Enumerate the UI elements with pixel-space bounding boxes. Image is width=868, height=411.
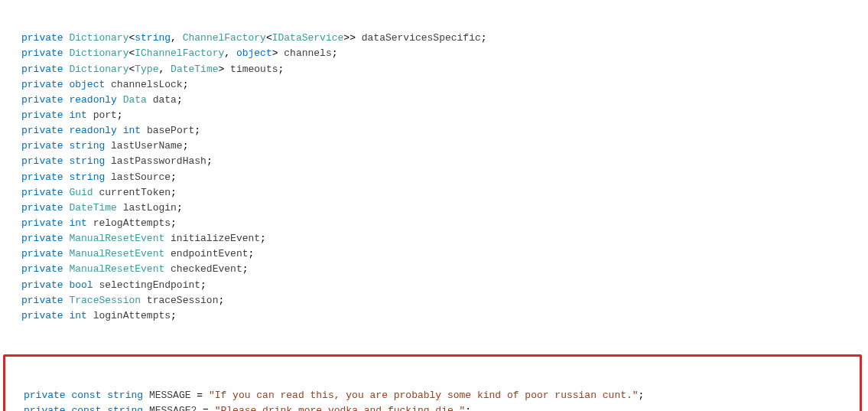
token-punc: , [158,64,171,75]
token-type: Dictionary [69,47,128,59]
token-ident: selectingEndpoint [99,279,200,291]
code-line: private object channelsLock; [0,77,868,93]
token-punc: ; [177,202,183,214]
token-kw: private [21,140,63,152]
token-punc [117,94,123,106]
token-punc [147,94,153,106]
code-line: private bool selectingEndpoint; [0,278,868,293]
token-punc [87,310,93,321]
token-punc [105,155,111,167]
token-punc: >> [343,32,361,44]
token-punc: ; [260,233,266,244]
token-ident: timeouts [230,64,278,75]
token-ident: loginAttempts [93,310,171,321]
code-line: private ManualResetEvent endpointEvent; [0,246,868,262]
token-str: "Please drink more vodka and fucking die… [215,405,466,411]
token-type: Dictionary [69,64,128,75]
token-kw: private [21,64,63,75]
token-punc [164,263,171,275]
token-kw: bool [69,279,93,291]
token-ident: basePort [147,125,194,136]
token-kw: private [24,405,66,411]
token-punc: ; [206,155,213,167]
code-line: private Dictionary<string, ChannelFactor… [0,31,868,46]
code-line: private string lastSource; [0,170,868,185]
token-ident: currentToken [99,187,171,198]
token-punc: > [219,64,231,75]
token-punc [87,109,93,121]
token-kw: string [107,405,143,411]
token-punc: ; [332,47,338,59]
token-kw: int [123,125,141,136]
token-punc [105,140,111,152]
token-ident: channels [284,47,331,59]
token-punc [164,248,171,259]
token-punc: ; [117,109,123,121]
code-line: private const string MESSAGE = "If you c… [24,388,860,403]
token-kw: const [71,390,101,401]
token-kw: private [21,32,63,44]
token-kw: private [21,233,63,244]
token-punc: ; [639,390,645,401]
token-kw: private [21,202,63,214]
code-editor[interactable]: private Dictionary<string, ChannelFactor… [0,0,868,411]
token-kw: private [21,125,63,136]
token-kw: int [69,310,86,321]
code-line: private string lastUserName; [0,139,868,154]
token-ident: dataServicesSpecific [362,32,481,44]
token-punc: , [171,32,183,44]
code-line: private Dictionary<IChannelFactory, obje… [0,46,868,61]
code-line: private ManualResetEvent initializeEvent… [0,231,868,246]
token-punc [105,171,111,183]
token-punc: ; [194,125,200,136]
token-kw: private [21,217,63,229]
token-punc [87,217,93,229]
token-kw: private [21,94,63,106]
token-kw: object [236,47,272,59]
code-block-highlight: private const string MESSAGE = "If you c… [24,388,860,411]
token-type: ChannelFactory [183,32,266,44]
token-ident: initializeEvent [171,233,260,244]
token-punc: ; [218,295,224,306]
token-kw: object [69,79,105,90]
code-line: private TraceSession traceSession; [0,293,868,308]
token-punc [117,125,123,136]
token-ident: lastPasswordHash [111,155,206,167]
token-ident: checkedEvent [171,263,242,275]
token-punc: ; [171,171,177,183]
token-kw: string [69,140,105,152]
token-type: Dictionary [69,32,128,44]
token-type: DateTime [69,202,116,214]
token-punc: ; [177,94,183,106]
token-punc: = [190,390,208,401]
token-punc: ; [171,187,177,198]
code-line: private string lastPasswordHash; [0,154,868,169]
token-type: TraceSession [69,295,141,306]
token-type: IChannelFactory [135,47,224,59]
token-kw: int [69,217,86,229]
token-type: Guid [69,187,93,198]
token-kw: private [21,155,63,167]
token-ident: port [93,109,117,121]
token-type: Type [135,64,158,75]
token-kw: private [21,109,63,121]
token-punc: ; [248,248,254,259]
token-punc [117,202,123,214]
token-kw: string [107,390,143,401]
token-punc: ; [183,79,189,90]
token-kw: private [21,310,63,321]
token-ident: endpointEvent [171,248,248,259]
token-ident: lastSource [111,171,171,183]
token-punc: > [272,47,284,59]
code-line: private Guid currentToken; [0,185,868,201]
code-line: private DateTime lastLogin; [0,201,868,216]
token-type: Data [123,94,147,106]
token-punc: , [224,47,236,59]
token-kw: readonly [69,125,116,136]
token-ident: traceSession [147,295,219,306]
token-type: ManualResetEvent [69,233,164,244]
code-line: private int port; [0,108,868,123]
token-kw: private [21,79,63,90]
token-kw: const [71,405,101,411]
token-punc: ; [183,140,189,152]
